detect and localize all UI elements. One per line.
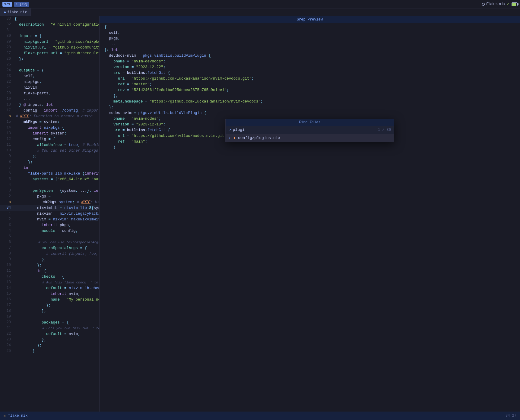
r-line-22: }	[102, 145, 520, 150]
line-23: 23 self,	[0, 74, 99, 79]
line-b14: 14 default = nixvimLib.check.mkTestDeriv…	[0, 286, 99, 291]
r-line-1: {	[102, 24, 520, 30]
r-line-5: }: let	[102, 47, 520, 53]
find-files-container[interactable]: Find Files > 1 / 36 › ● config/plugins.n…	[225, 119, 394, 142]
line-7: 7 in	[0, 165, 99, 171]
file-tab[interactable]: ● flake.nix	[0, 8, 31, 16]
result-path: config/plugins.nix	[238, 136, 280, 140]
line-b11: 11 in {	[0, 268, 99, 274]
line-b1: 1 nixvim' = nixvim.legacyPackage	[0, 211, 99, 217]
line-27: 27 flake-parts.url = "github:hercules	[0, 51, 99, 56]
line-20: 20 flake-parts,	[0, 91, 99, 96]
line-29: 29 nixpkgs.url = "github:nixos/nixpkg	[0, 39, 99, 45]
line-30: 30 inputs = {	[0, 33, 99, 39]
line-b19: 19	[0, 314, 99, 320]
line-b25: 25 }	[0, 349, 99, 354]
tab-dot: ●	[4, 10, 6, 15]
editor-right: Grep Preview { self, pkgs, ... }: let de…	[100, 16, 520, 412]
line-b16: 16 name = "My personal neovim configurat…	[0, 297, 99, 303]
status-bar-left: ⊙ flake.nix	[4, 414, 27, 418]
line-b5: 5	[0, 234, 99, 240]
line-14: 14 import nixpkgs {	[0, 125, 99, 131]
line-b6: 6 # You can use 'extraSpecialArgs' to pa…	[0, 240, 99, 245]
line-34-current: 34 nixvimLib = nixvim.lib.${syste	[0, 205, 99, 211]
line-b21: 21 # Lets you run 'nix run .' to start n…	[0, 326, 99, 331]
find-result-item[interactable]: › ● config/plugins.nix	[226, 134, 394, 142]
r-line-7: pname = "nvim-devdocs";	[102, 59, 520, 65]
line-b7: 7 extraSpecialArgs = {	[0, 245, 99, 251]
r-line-10: url = "https://github.com/luckasRanariso…	[102, 76, 520, 82]
battery-icon	[512, 2, 518, 6]
top-bar-right: flake.nix ✓	[482, 2, 518, 7]
line-2: 2 pkgs =	[0, 194, 99, 200]
line-32: 32 description = "A nixvim configuratio	[0, 22, 99, 28]
line-21: 21 nixvim,	[0, 85, 99, 91]
line-b22: 22 default = nvim;	[0, 331, 99, 337]
result-type-icon: ●	[233, 136, 236, 140]
editor-left: 33 { 32 description = "A nixvim configur…	[0, 16, 100, 412]
result-arrow-icon: ›	[229, 136, 231, 140]
left-code-area: 33 { 32 description = "A nixvim configur…	[0, 16, 99, 412]
r-line-4: ...	[102, 42, 520, 47]
top-bar-left: 1/1 1 [1W]	[2, 2, 29, 7]
line-17: 17 config = import ./config; # import	[0, 108, 99, 114]
r-line-12: rev = "521d24661ffe6d1ba025debea2675c765…	[102, 87, 520, 93]
line-b8: 8 # inherit (inputs) foo;	[0, 251, 99, 257]
r-line-16: modes-nvim = pkgs.vimUtils.buildVimPlugi…	[102, 110, 520, 116]
line-b4: 4 module = config;	[0, 228, 99, 234]
line-b2: 2 nvim = nixvim'.makeNixvimWithM	[0, 217, 99, 223]
tab-label: flake.nix	[7, 10, 27, 14]
line-22: 22 nixpkgs,	[0, 79, 99, 85]
line-b9: 9 };	[0, 257, 99, 263]
line-11: 11 allowUnfree = true; # Enable	[0, 142, 99, 148]
line-b15: 15 inherit nvim;	[0, 291, 99, 297]
status-bar: ⊙ flake.nix 34:27	[0, 412, 520, 420]
r-line-6: devdocs-nvim = pkgs.vimUtils.buildVimPlu…	[102, 53, 520, 59]
r-line-15: };	[102, 105, 520, 110]
line-b20: 20 packages = {	[0, 320, 99, 326]
warn-status-icon: ⊙	[4, 414, 6, 418]
line-4: 4	[0, 182, 99, 188]
line-b18: 18 };	[0, 308, 99, 314]
line-28: 28 nixvim.url = "github:nix-community	[0, 45, 99, 51]
line-24: 24 outputs = {	[0, 68, 99, 74]
r-line-13: };	[102, 93, 520, 99]
r-line-11: ref = "master";	[102, 82, 520, 87]
line-9: 9 };	[0, 154, 99, 159]
top-bar: 1/1 1 [1W] flake.nix ✓	[0, 0, 520, 8]
line-1: ⊙ mkPkgs system; # NOTE: Use t	[0, 200, 99, 205]
line-b10: 10 };	[0, 263, 99, 268]
line-b23: 23 };	[0, 337, 99, 343]
line-3: 3 perSystem = {system, ...}: let	[0, 188, 99, 194]
line-18: 18 } @ inputs: let	[0, 102, 99, 108]
line-6: 6 flake-parts.lib.mkFlake {inherit i	[0, 171, 99, 177]
circle-icon	[482, 3, 485, 6]
line-5: 5 systems = ["x86_64-linux" "aarch	[0, 177, 99, 182]
line-15: 15 mkPkgs = system:	[0, 119, 99, 125]
mode-badge: 1/1	[2, 2, 12, 7]
check-icon: ✓	[507, 2, 509, 7]
find-prompt: >	[229, 128, 231, 132]
right-code-area: { self, pkgs, ... }: let devdocs-nvim = …	[100, 23, 520, 412]
status-file: flake.nix	[8, 414, 28, 418]
find-files-input-row: > 1 / 36	[226, 126, 394, 134]
find-counter: 1 / 36	[378, 128, 391, 132]
grep-preview-header: Grep Preview	[100, 16, 520, 23]
buffer-badge: 1 [1W]	[14, 2, 30, 7]
line-10: 10 # You can set other Nixpkgs	[0, 148, 99, 154]
r-line-2: self,	[102, 30, 520, 36]
tab-bar: ● flake.nix	[0, 8, 520, 16]
line-16: ⊙ # NOTE: Function to create a custo	[0, 114, 99, 119]
r-line-14: meta.homepage = "https://github.com/luck…	[102, 99, 520, 105]
line-25: 25	[0, 62, 99, 68]
line-b17: 17 };	[0, 303, 99, 308]
r-line-8: version = "2023-12-22";	[102, 65, 520, 70]
line-8: 8 };	[0, 159, 99, 165]
editor-wrapper: 33 { 32 description = "A nixvim configur…	[0, 16, 520, 412]
line-19: 19 ...	[0, 96, 99, 102]
r-line-9: src = builtins.fetchGit {	[102, 70, 520, 76]
line-b24: 24 };	[0, 343, 99, 349]
find-files-input[interactable]	[233, 128, 378, 132]
line-33: 33 {	[0, 16, 99, 22]
r-line-3: pkgs,	[102, 36, 520, 42]
